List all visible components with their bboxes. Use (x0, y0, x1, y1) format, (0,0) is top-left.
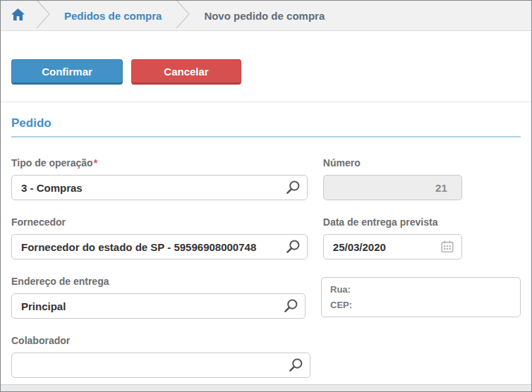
field-endereco-de-entrega: Endereço de entrega (11, 276, 306, 319)
colaborador-input[interactable] (11, 353, 310, 378)
endereco-de-entrega-input[interactable] (11, 293, 306, 319)
data-entrega-prevista-label: Data de entrega prevista (323, 216, 521, 228)
field-fornecedor: Fornecedor (11, 216, 308, 259)
rua-label: Rua: (330, 284, 512, 295)
search-icon[interactable] (285, 180, 301, 195)
cancel-button[interactable]: Cancelar (131, 59, 241, 85)
fornecedor-label: Fornecedor (11, 216, 308, 228)
field-endereco-detalhes: Rua: CEP: (321, 276, 521, 317)
field-numero: Número (323, 157, 521, 200)
section-title-pedido: Pedido (11, 116, 521, 137)
calendar-icon[interactable] (441, 240, 454, 253)
numero-label: Número (323, 157, 521, 169)
endereco-de-entrega-label: Endereço de entrega (11, 276, 306, 288)
chevron-right-icon (35, 0, 52, 32)
form-row-1: Tipo de operação* Número (11, 157, 521, 200)
chevron-right-icon (174, 0, 191, 32)
numero-input (323, 175, 462, 200)
tipo-de-operacao-input-wrap (11, 175, 308, 200)
confirm-button[interactable]: Confirmar (11, 59, 123, 85)
colaborador-label: Colaborador (11, 335, 310, 347)
breadcrumb: Pedidos de compra Novo pedido de compra (1, 1, 531, 31)
search-icon[interactable] (283, 298, 298, 314)
numero-input-wrap (323, 175, 462, 200)
form-row-4: Colaborador (11, 335, 521, 378)
breadcrumb-home[interactable] (11, 8, 25, 23)
footer-strip (1, 384, 531, 391)
tipo-de-operacao-label-text: Tipo de operação (11, 157, 93, 169)
home-icon (11, 8, 25, 23)
form-row-2: Fornecedor Data de entrega prevista (11, 216, 521, 259)
breadcrumb-current-page: Novo pedido de compra (204, 10, 325, 22)
address-details-box: Rua: CEP: (321, 277, 521, 317)
field-colaborador: Colaborador (11, 335, 310, 378)
field-tipo-de-operacao: Tipo de operação* (11, 157, 308, 200)
toolbar: Confirmar Cancelar (11, 59, 521, 85)
breadcrumb-link-pedidos-de-compra[interactable]: Pedidos de compra (64, 10, 162, 22)
search-icon[interactable] (285, 239, 301, 255)
search-icon[interactable] (288, 357, 303, 373)
window: Pedidos de compra Novo pedido de compra … (0, 0, 532, 392)
colaborador-input-wrap (11, 353, 310, 378)
cep-label: CEP: (330, 300, 512, 310)
endereco-de-entrega-input-wrap (11, 293, 306, 319)
data-entrega-prevista-input-wrap (323, 234, 462, 259)
fornecedor-input-wrap (11, 234, 308, 259)
tipo-de-operacao-label: Tipo de operação* (11, 157, 308, 169)
required-asterisk: * (94, 157, 97, 169)
field-data-entrega-prevista: Data de entrega prevista (323, 216, 521, 259)
toolbar-divider (1, 102, 531, 102)
fornecedor-input[interactable] (11, 234, 308, 259)
tipo-de-operacao-input[interactable] (11, 175, 308, 200)
form-row-3: Endereço de entrega Rua: CEP: (11, 276, 521, 319)
